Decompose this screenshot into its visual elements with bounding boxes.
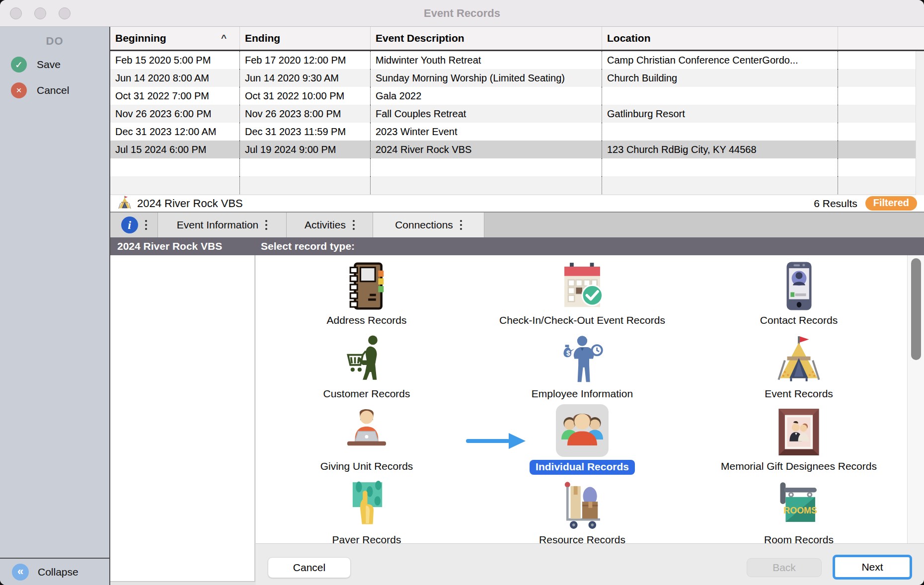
people-group-icon <box>556 404 609 457</box>
cell-empty <box>370 158 602 176</box>
cell-beginning: Jul 15 2024 6:00 PM <box>110 141 239 158</box>
table-row-selected[interactable]: Jul 15 2024 6:00 PM Jul 19 2024 9:00 PM … <box>110 141 924 158</box>
hand-truck-icon <box>473 478 692 530</box>
tent-icon <box>690 332 908 384</box>
wizard-cancel-button[interactable]: Cancel <box>268 557 351 578</box>
table-header-row: Beginning ^ Ending Event Description Loc… <box>110 27 924 51</box>
contact-phone-icon <box>690 258 908 311</box>
tab-activities[interactable]: Activities <box>287 213 373 237</box>
selected-record-type-pill: Individual Records <box>530 460 635 475</box>
svg-text:$: $ <box>566 349 570 357</box>
cancel-label: Cancel <box>37 84 69 96</box>
cell-ending: Dec 31 2023 11:59 PM <box>239 123 370 141</box>
column-header-location[interactable]: Location <box>602 27 838 50</box>
wizard-back-button-disabled: Back <box>747 558 822 577</box>
tab-connections-active[interactable]: Connections <box>373 213 484 237</box>
cell-ending: Nov 26 2023 8:00 PM <box>239 105 370 123</box>
cell-empty <box>239 158 370 176</box>
events-table: Beginning ^ Ending Event Description Loc… <box>110 27 924 194</box>
info-icon: i <box>121 217 138 233</box>
event-records-window: Event Records DO ✓ Save × Cancel « Colla… <box>0 0 924 585</box>
wizard-next-button[interactable]: Next <box>833 555 912 580</box>
record-type-address-records[interactable]: Address Records <box>257 258 476 327</box>
column-header-ending[interactable]: Ending <box>239 27 370 50</box>
cell-location: 123 Church RdBig City, KY 44568 <box>602 141 838 158</box>
scrollbar-thumb[interactable] <box>911 258 921 360</box>
record-type-contact-records[interactable]: Contact Records <box>690 258 908 327</box>
cell-empty <box>838 141 924 158</box>
cell-empty <box>239 176 370 194</box>
tab-event-information[interactable]: Event Information <box>158 213 287 237</box>
cell-empty <box>602 158 838 176</box>
record-type-customer-records[interactable]: Customer Records <box>257 332 476 400</box>
cell-description: Gala 2022 <box>370 87 602 105</box>
cell-location: Gatlinburg Resort <box>602 105 838 123</box>
cell-ending: Jun 14 2020 9:30 AM <box>239 69 370 87</box>
cell-empty <box>838 123 924 141</box>
x-circle-icon: × <box>11 82 27 98</box>
person-laptop-icon <box>257 404 476 457</box>
tab-menu-dots-icon[interactable] <box>353 220 355 230</box>
table-row[interactable]: Nov 26 2023 6:00 PM Nov 26 2023 8:00 PM … <box>110 105 924 123</box>
record-type-label: Address Records <box>257 314 476 327</box>
record-type-payer-records[interactable]: Payer Records <box>257 478 476 546</box>
column-header-description[interactable]: Event Description <box>370 27 602 50</box>
hand-money-icon <box>257 478 476 530</box>
save-label: Save <box>37 59 61 71</box>
rooms-sign-icon: ROOMS <box>690 478 908 530</box>
table-row[interactable]: Feb 15 2020 5:00 PM Feb 17 2020 12:00 PM… <box>110 51 924 69</box>
record-type-label: Individual Records <box>473 460 692 475</box>
tab-label: Activities <box>305 219 346 231</box>
column-header-empty <box>838 27 924 50</box>
cell-location <box>602 87 838 105</box>
record-type-label: Event Records <box>690 387 908 400</box>
cell-ending: Feb 17 2020 12:00 PM <box>239 51 370 69</box>
record-header: 2024 River Rock VBS 6 Results Filtered <box>110 195 924 212</box>
cell-empty <box>110 158 239 176</box>
select-record-type-prompt: Select record type: <box>261 237 355 255</box>
record-type-giving-unit-records[interactable]: Giving Unit Records <box>257 404 476 473</box>
selection-arrow-icon <box>466 431 527 453</box>
shopper-cart-icon <box>257 332 476 384</box>
cell-beginning: Feb 15 2020 5:00 PM <box>110 51 239 69</box>
table-row-empty[interactable] <box>110 176 924 194</box>
photo-frame-icon <box>690 404 908 457</box>
record-title: 2024 River Rock VBS <box>137 197 243 210</box>
cancel-button[interactable]: × Cancel <box>11 82 69 98</box>
tab-label: Event Information <box>177 219 259 231</box>
record-type-room-records[interactable]: ROOMS Room Records <box>690 478 908 546</box>
cell-description: Sunday Morning Worship (Limited Seating) <box>370 69 602 87</box>
record-type-label: Employee Information <box>473 387 692 400</box>
cell-empty <box>602 176 838 194</box>
table-scrollbar-track[interactable] <box>916 51 924 196</box>
record-type-employee-information[interactable]: $ Employee Information <box>473 332 692 400</box>
table-row[interactable]: Dec 31 2023 12:00 AM Dec 31 2023 11:59 P… <box>110 123 924 141</box>
table-row-empty[interactable] <box>110 158 924 176</box>
tab-menu-dots-icon[interactable] <box>265 220 267 230</box>
collapse-label: Collapse <box>38 566 78 578</box>
tab-menu-dots-icon[interactable] <box>145 220 147 230</box>
employee-icon: $ <box>473 332 692 384</box>
cell-beginning: Nov 26 2023 6:00 PM <box>110 105 239 123</box>
filtered-badge[interactable]: Filtered <box>865 196 917 211</box>
results-count: 6 Results <box>814 198 857 210</box>
record-type-resource-records[interactable]: Resource Records <box>473 478 692 546</box>
scrollbar-track[interactable] <box>907 255 924 543</box>
next-button-label: Next <box>835 557 910 577</box>
address-book-icon <box>257 258 476 311</box>
tab-menu-dots-icon[interactable] <box>460 220 462 230</box>
column-header-beginning[interactable]: Beginning ^ <box>110 27 239 50</box>
tent-icon <box>117 195 132 212</box>
record-type-event-records[interactable]: Event Records <box>690 332 908 400</box>
cell-empty <box>110 176 239 194</box>
save-button[interactable]: ✓ Save <box>11 57 61 73</box>
cell-empty <box>838 105 924 123</box>
table-row[interactable]: Jun 14 2020 8:00 AM Jun 14 2020 9:30 AM … <box>110 69 924 87</box>
tab-info[interactable]: i <box>110 213 158 237</box>
table-row[interactable]: Oct 31 2022 7:00 PM Oct 31 2022 10:00 PM… <box>110 87 924 105</box>
record-type-checkin-checkout[interactable]: Check-In/Check-Out Event Records <box>473 258 692 327</box>
collapse-button[interactable]: « Collapse <box>0 558 109 585</box>
record-type-memorial-gift-designees[interactable]: Memorial Gift Designees Records <box>690 404 908 473</box>
record-type-label: Giving Unit Records <box>257 460 476 473</box>
cell-empty <box>838 158 924 176</box>
